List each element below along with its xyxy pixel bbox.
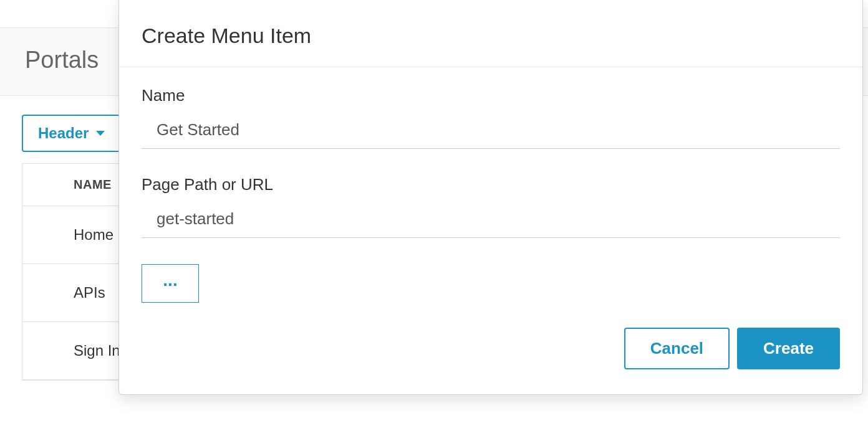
create-menu-item-modal: Create Menu Item Name Page Path or URL .… [118,0,863,395]
path-field-group: Page Path or URL [142,175,840,238]
row-label: Sign In [74,342,120,359]
table-row[interactable]: Sign In [22,322,133,380]
modal-footer: Cancel Create [119,315,862,394]
path-label: Page Path or URL [142,175,840,194]
ellipsis-icon: ... [163,272,177,289]
cancel-button[interactable]: Cancel [624,328,730,369]
modal-header: Create Menu Item [119,0,862,67]
name-input[interactable] [142,115,840,149]
row-label: Home [74,226,113,243]
table-row[interactable]: Home [22,206,133,264]
caret-down-icon [96,131,105,136]
name-field-group: Name [142,86,840,149]
more-options-button[interactable]: ... [142,264,199,303]
header-dropdown-label: Header [38,125,89,142]
row-label: APIs [74,284,105,301]
modal-title: Create Menu Item [142,24,840,48]
path-input[interactable] [142,204,840,238]
table-row[interactable]: APIs [22,264,133,322]
name-label: Name [142,86,840,105]
create-button[interactable]: Create [737,328,840,369]
column-header-name: NAME [22,164,133,206]
header-dropdown[interactable]: Header [22,115,121,152]
modal-body: Name Page Path or URL ... [119,67,862,315]
menu-table: NAME Home APIs Sign In [22,163,134,381]
